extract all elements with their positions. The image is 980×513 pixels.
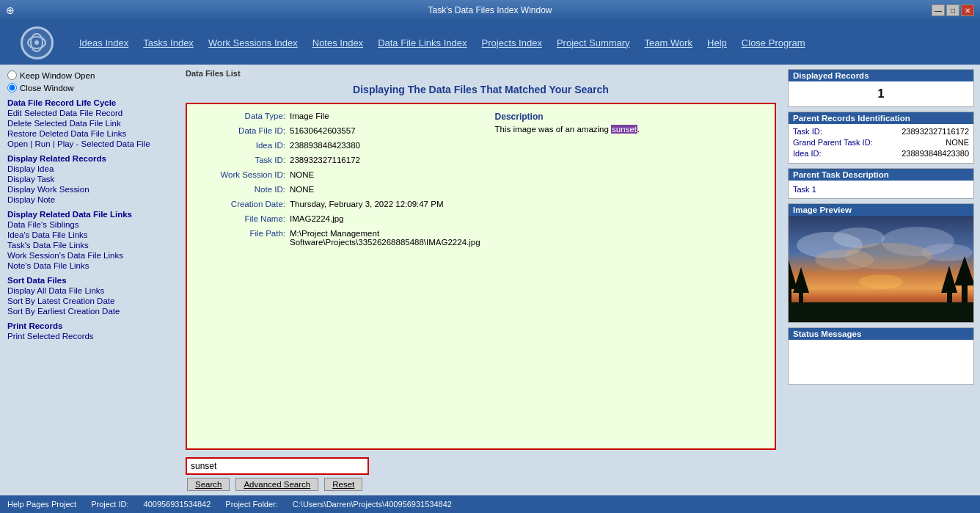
link-display-note[interactable]: Display Note [7, 195, 172, 204]
description-label: Description [495, 112, 764, 122]
data-file-id-value: 51630642603557 [290, 126, 356, 135]
grand-parent-label: Grand Parent Task ID: [793, 138, 873, 147]
grand-parent-value: NONE [946, 138, 969, 147]
file-path-label: File Path: [197, 229, 285, 238]
advanced-search-button[interactable]: Advanced Search [235, 478, 318, 491]
record-grid: Data Type: Image File Data File ID: 5163… [197, 112, 764, 252]
link-print-records[interactable]: Print Selected Records [7, 332, 172, 341]
menu-ideas-index[interactable]: Ideas Index [73, 34, 134, 51]
menu-bar: Ideas Index Tasks Index Work Sessions In… [0, 21, 980, 65]
task-id-value: 238932327116172 [290, 156, 360, 164]
logo-icon [26, 32, 48, 54]
search-result-title: Displaying The Data Files That Matched Y… [186, 84, 776, 95]
menu-team-work[interactable]: Team Work [639, 34, 699, 51]
link-display-work-session[interactable]: Display Work Session [7, 185, 172, 194]
link-siblings[interactable]: Data File's Siblings [7, 220, 172, 229]
parent-records-title: Parent Records Identification [789, 112, 973, 124]
description-text: This image was of an amazing sunset. [495, 125, 764, 134]
link-display-task[interactable]: Display Task [7, 175, 172, 183]
displayed-records-count: 1 [793, 84, 969, 103]
logo [7, 24, 66, 61]
left-sidebar: Keep Window Open Close Window Data File … [0, 65, 180, 495]
data-files-list-label: Data Files List [186, 69, 776, 78]
menu-project-summary[interactable]: Project Summary [551, 34, 636, 51]
parent-idea-id-label: Idea ID: [793, 149, 822, 158]
center-panel: Data Files List Displaying The Data File… [180, 65, 782, 495]
image-preview-section: Image Preview [788, 203, 974, 323]
main-content: Keep Window Open Close Window Data File … [0, 65, 980, 495]
link-delete-link[interactable]: Delete Selected Data File Link [7, 119, 172, 128]
menu-help[interactable]: Help [701, 34, 733, 51]
menu-work-sessions-index[interactable]: Work Sessions Index [202, 34, 304, 51]
parent-task-desc-title: Parent Task Description [789, 169, 973, 181]
file-name-label: File Name: [197, 214, 285, 223]
keep-window-radio[interactable] [7, 70, 17, 80]
note-id-label: Note ID: [197, 185, 285, 194]
menu-close-program[interactable]: Close Program [736, 34, 811, 51]
section-display-related: Display Related Records [7, 154, 172, 163]
link-sort-earliest[interactable]: Sort By Earliest Creation Date [7, 307, 172, 316]
work-session-label: Work Session ID: [197, 170, 285, 179]
image-preview-title: Image Preview [789, 204, 973, 216]
field-note-id: Note ID: NONE [197, 185, 480, 194]
search-bar-area: Search Advanced Search Reset [186, 457, 776, 491]
reset-button[interactable]: Reset [324, 478, 362, 491]
parent-records-body: Task ID: 238932327116172 Grand Parent Ta… [789, 124, 973, 163]
link-restore-links[interactable]: Restore Deleted Data File Links [7, 129, 172, 138]
link-display-all[interactable]: Display All Data File Links [7, 286, 172, 295]
link-note-data-files[interactable]: Note's Data File Links [7, 261, 172, 270]
status-project-id-value: 400956931534842 [144, 500, 211, 509]
sunset-preview-image [789, 216, 973, 322]
search-button[interactable]: Search [187, 478, 230, 491]
menu-projects-index[interactable]: Projects Index [476, 34, 548, 51]
parent-records-section: Parent Records Identification Task ID: 2… [788, 112, 974, 164]
section-sort: Sort Data Files [7, 276, 172, 285]
link-open-file[interactable]: Open | Run | Play - Selected Data File [7, 139, 172, 148]
app-icon: ⊕ [6, 4, 23, 16]
field-idea-id: Idea ID: 238893848423380 [197, 141, 480, 150]
status-bar: Help Pages Project Project ID: 400956931… [0, 495, 980, 513]
close-window-option[interactable]: Close Window [7, 83, 172, 92]
record-left: Data Type: Image File Data File ID: 5163… [197, 112, 480, 252]
data-type-value: Image File [290, 112, 329, 120]
search-buttons: Search Advanced Search Reset [186, 476, 776, 491]
close-window-label: Close Window [20, 84, 74, 92]
link-edit-record[interactable]: Edit Selected Data File Record [7, 109, 172, 117]
keep-window-label: Keep Window Open [20, 71, 95, 80]
logo-circle [21, 26, 54, 59]
link-work-session-data-files[interactable]: Work Session's Data File Links [7, 251, 172, 260]
close-button[interactable]: ✕ [961, 4, 974, 16]
search-input[interactable] [186, 457, 369, 475]
menu-notes-index[interactable]: Notes Index [307, 34, 369, 51]
displayed-records-title: Displayed Records [789, 70, 973, 81]
parent-task-desc-section: Parent Task Description Task 1 [788, 168, 974, 199]
parent-idea-id-value: 238893848423380 [902, 149, 969, 158]
desc-after: . [637, 125, 640, 134]
status-project-label: Help Pages Project [7, 500, 76, 509]
grand-parent-row: Grand Parent Task ID: NONE [793, 138, 969, 147]
image-preview-box [789, 216, 973, 322]
work-session-value: NONE [290, 170, 314, 179]
maximize-button[interactable]: □ [946, 4, 959, 16]
status-folder-value: C:\Users\Darren\Projects\400956931534842 [293, 500, 452, 509]
link-idea-data-files[interactable]: Idea's Data File Links [7, 230, 172, 239]
field-work-session: Work Session ID: NONE [197, 170, 480, 179]
field-file-path: File Path: M:\Project Management Softwar… [197, 229, 480, 247]
field-creation-date: Creation Date: Thursday, February 3, 202… [197, 200, 480, 208]
parent-task-id-row: Task ID: 238932327116172 [793, 127, 969, 136]
link-task-data-files[interactable]: Task's Data File Links [7, 241, 172, 250]
creation-date-label: Creation Date: [197, 200, 285, 208]
file-name-value: IMAG2224.jpg [290, 214, 344, 223]
menu-nav: Ideas Index Tasks Index Work Sessions In… [73, 34, 973, 51]
menu-tasks-index[interactable]: Tasks Index [137, 34, 200, 51]
keep-window-open-option[interactable]: Keep Window Open [7, 70, 172, 80]
window-controls: — □ ✕ [932, 4, 974, 16]
status-messages-title: Status Messages [789, 328, 973, 340]
menu-data-file-links-index[interactable]: Data File Links Index [372, 34, 472, 51]
minimize-button[interactable]: — [932, 4, 945, 16]
link-sort-latest[interactable]: Sort By Latest Creation Date [7, 296, 172, 305]
link-display-idea[interactable]: Display Idea [7, 164, 172, 173]
svg-point-2 [34, 40, 39, 45]
close-window-radio[interactable] [7, 83, 17, 92]
window-title: Task's Data Files Index Window [428, 5, 552, 15]
